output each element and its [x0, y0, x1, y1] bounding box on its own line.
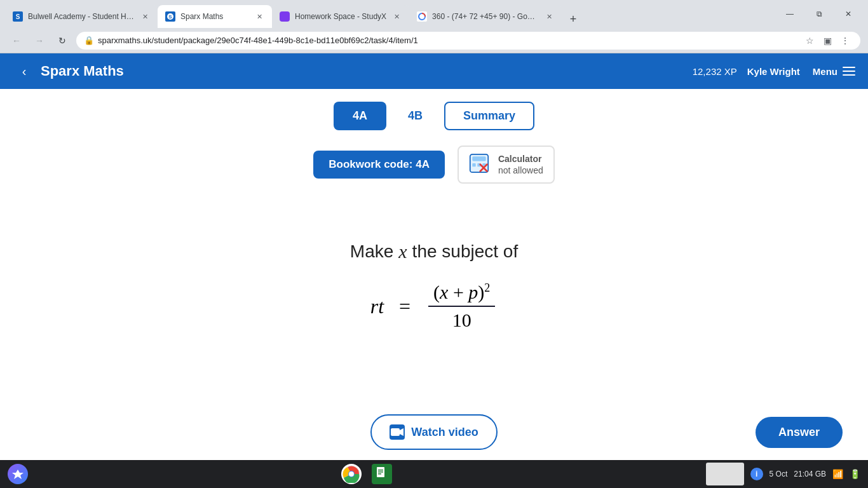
formula-lhs: rt: [370, 295, 384, 318]
status-icons: i: [750, 468, 763, 480]
tab-bar: S Bulwell Academy - Student Ho... ✕ S Sp…: [0, 0, 868, 28]
browser-tabs: S Bulwell Academy - Student Ho... ✕ S Sp…: [5, 0, 775, 28]
question-variable: x: [398, 241, 407, 262]
tab2-close[interactable]: ✕: [254, 11, 264, 22]
formula-numerator: (x + p)2: [428, 281, 495, 307]
extensions-icon[interactable]: ▣: [820, 33, 835, 48]
question-prefix: Make: [350, 241, 393, 262]
refresh-button[interactable]: ↻: [53, 32, 71, 50]
menu-label: Menu: [813, 66, 837, 77]
video-camera-icon: [390, 424, 405, 440]
svg-rect-5: [472, 163, 475, 166]
sheets-taskbar-icon[interactable]: [372, 464, 392, 484]
svg-rect-19: [378, 473, 381, 475]
calculator-info: Calculator not allowed: [458, 146, 555, 184]
xp-display: 12,232 XP: [693, 66, 737, 77]
tab1-close[interactable]: ✕: [140, 11, 150, 22]
bookwork-bar: Bookwork code: 4A Calculator not allowed: [0, 140, 868, 194]
address-icons: ☆ ▣ ⋮: [802, 33, 853, 48]
battery-icon: 🔋: [850, 469, 860, 479]
tab4-favicon: [417, 11, 427, 22]
question-text: Make x the subject of: [350, 241, 518, 262]
system-taskbar: i 5 Oct 21:04 GB 📶 🔋: [0, 460, 868, 488]
info-icon: i: [750, 468, 763, 480]
watch-video-button[interactable]: Watch video: [370, 414, 497, 450]
calculator-icon: [469, 153, 492, 176]
tab4-close[interactable]: ✕: [544, 11, 554, 22]
tab1-title: Bulwell Academy - Student Ho...: [28, 12, 135, 21]
more-icon[interactable]: ⋮: [837, 33, 853, 48]
svg-text:S: S: [168, 14, 172, 20]
wifi-icon: 📶: [832, 469, 843, 479]
tab2-favicon: S: [165, 11, 175, 22]
browser-tab-4[interactable]: 360 - (74+ 72 +45+ 90) - Goog... ✕: [409, 5, 562, 28]
close-button[interactable]: ✕: [834, 0, 863, 28]
back-nav-button[interactable]: ‹: [13, 60, 36, 83]
tab-4a[interactable]: 4A: [334, 102, 386, 130]
tab2-title: Sparx Maths: [180, 12, 249, 21]
svg-rect-18: [378, 471, 383, 473]
formula-fraction: (x + p)2 10: [428, 281, 495, 331]
taskbar-center: [28, 464, 706, 484]
taskbar-time-storage: 21:04 GB: [794, 470, 826, 478]
taskbar-left: [8, 464, 28, 484]
menu-button[interactable]: Menu: [813, 66, 855, 77]
tab1-favicon: S: [13, 11, 23, 22]
browser-tab-1[interactable]: S Bulwell Academy - Student Ho... ✕: [5, 5, 158, 28]
watch-video-label: Watch video: [411, 426, 478, 439]
question-area: Make x the subject of rt = (x + p)2 10: [0, 194, 868, 372]
hamburger-icon: [843, 67, 855, 76]
bookwork-code: Bookwork code: 4A: [313, 151, 445, 179]
tab-summary[interactable]: Summary: [444, 102, 534, 130]
window-controls: — ⧉ ✕: [775, 0, 863, 28]
address-bar-row: ← → ↻ 🔒 sparxmaths.uk/student/package/29…: [0, 28, 868, 53]
question-suffix: the subject of: [412, 241, 519, 262]
new-tab-button[interactable]: +: [564, 10, 582, 28]
user-name: Kyle Wright: [747, 66, 800, 77]
bookmark-icon[interactable]: ☆: [802, 33, 817, 48]
tab-4b[interactable]: 4B: [389, 102, 442, 130]
minimize-button[interactable]: —: [775, 0, 804, 28]
svg-rect-17: [378, 470, 383, 471]
browser-tab-2[interactable]: S Sparx Maths ✕: [158, 5, 272, 28]
url-text: sparxmaths.uk/student/package/29e0c74f-4…: [98, 36, 798, 45]
svg-point-15: [349, 471, 354, 477]
sparx-logo: Sparx Maths: [41, 63, 693, 79]
tab3-title: Homework Space - StudyX: [295, 12, 386, 21]
taskbar-thumbnail: [706, 463, 744, 485]
address-input[interactable]: 🔒 sparxmaths.uk/student/package/29e0c74f…: [76, 32, 860, 50]
back-button[interactable]: ←: [8, 32, 25, 50]
formula-denominator: 10: [447, 307, 477, 331]
app-header: ‹ Sparx Maths 12,232 XP Kyle Wright Menu: [0, 53, 868, 89]
storage-label: GB: [815, 470, 826, 478]
taskbar-right: i 5 Oct 21:04 GB 📶 🔋: [706, 463, 860, 485]
taskbar-date: 5 Oct: [770, 470, 788, 478]
taskbar-ai-icon[interactable]: [8, 464, 28, 484]
svg-marker-12: [12, 470, 24, 479]
math-formula: rt = (x + p)2 10: [370, 281, 498, 331]
task-tabs: 4A 4B Summary: [0, 89, 868, 140]
tab3-close[interactable]: ✕: [391, 11, 402, 22]
browser-tab-3[interactable]: Homework Space - StudyX ✕: [272, 5, 409, 28]
forward-button[interactable]: →: [31, 32, 48, 50]
tab4-title: 360 - (74+ 72 +45+ 90) - Goog...: [432, 12, 539, 21]
answer-button[interactable]: Answer: [756, 417, 843, 448]
formula-equals: =: [394, 295, 416, 318]
maximize-button[interactable]: ⧉: [804, 0, 834, 28]
svg-marker-11: [400, 428, 403, 436]
calculator-text: Calculator not allowed: [498, 153, 543, 176]
tab3-favicon: [280, 11, 290, 22]
main-content: 4A 4B Summary Bookwork code: 4A: [0, 89, 868, 372]
svg-rect-10: [391, 428, 400, 436]
chrome-taskbar-icon[interactable]: [341, 464, 362, 484]
bottom-action-bar: Watch video Answer: [0, 404, 868, 460]
svg-rect-4: [472, 157, 485, 161]
